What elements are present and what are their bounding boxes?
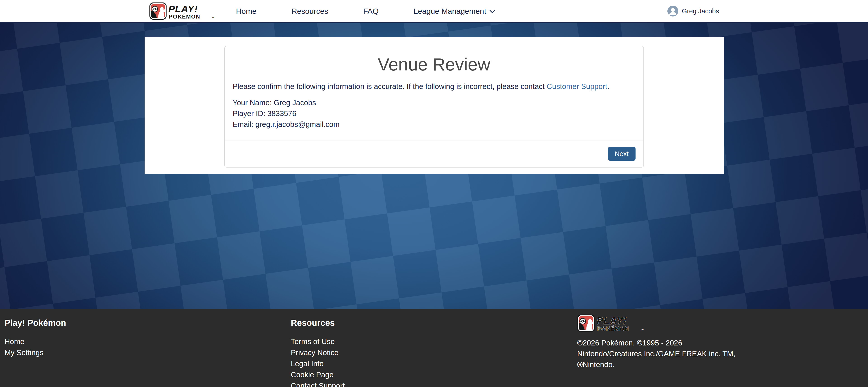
copyright-text: ©2026 Pokémon. ©1995 - 2026 Nintendo/Cre… [577, 337, 738, 370]
footer-play-pokemon-logo-graphic: PLAY! POKÉMON ™ [577, 314, 645, 332]
player-id-label: Player ID: [233, 109, 266, 118]
player-id-value: 3833576 [267, 109, 296, 118]
next-button[interactable]: Next [608, 147, 636, 161]
nav-item-league-management-label: League Management [414, 7, 486, 15]
user-menu[interactable]: Greg Jacobs [668, 6, 719, 17]
svg-text:POKÉMON: POKÉMON [169, 13, 200, 20]
svg-text:PLAY!: PLAY! [168, 3, 198, 14]
site-footer: Play! Pokémon Home My Settings Resources… [0, 309, 868, 387]
footer-link-contact-support[interactable]: Contact Support [291, 380, 577, 387]
content-panel: Venue Review Please confirm the followin… [145, 37, 724, 174]
player-email-row: Email:greg.r.jacobs@gmail.com [233, 119, 636, 130]
nav-item-faq[interactable]: FAQ [363, 7, 379, 15]
player-email-label: Email: [233, 120, 253, 128]
nav-item-league-management[interactable]: League Management [414, 7, 495, 15]
player-email-value: greg.r.jacobs@gmail.com [255, 120, 340, 128]
top-navbar: PLAY! POKÉMON ™ Home Resources FAQ Leagu… [0, 0, 868, 23]
svg-text:™: ™ [641, 328, 644, 332]
svg-text:POKÉMON: POKÉMON [597, 326, 629, 332]
chevron-down-icon [489, 10, 495, 13]
navbar-container: PLAY! POKÉMON ™ Home Resources FAQ Leagu… [145, 0, 724, 22]
footer-link-home[interactable]: Home [4, 336, 291, 347]
footer-col-resources: Resources Terms of Use Privacy Notice Le… [291, 318, 577, 387]
player-info: Your Name:Greg Jacobs Player ID:3833576 … [233, 97, 636, 130]
confirm-instructions-period: . [607, 82, 609, 91]
footer-link-cookie-page[interactable]: Cookie Page [291, 369, 577, 380]
card-footer: Next [225, 140, 644, 167]
confirm-instructions: Please confirm the following information… [233, 82, 636, 91]
nav-item-home-label: Home [236, 7, 257, 15]
player-id-row: Player ID:3833576 [233, 108, 636, 119]
user-name: Greg Jacobs [682, 7, 719, 15]
footer-heading-play-pokemon: Play! Pokémon [4, 318, 291, 328]
play-pokemon-logo-graphic: PLAY! POKÉMON ™ [149, 2, 216, 20]
svg-text:PLAY!: PLAY! [596, 315, 626, 326]
page-title: Venue Review [233, 54, 636, 75]
confirm-instructions-text: Please confirm the following information… [233, 82, 547, 91]
player-name-label: Your Name: [233, 98, 272, 107]
player-name-value: Greg Jacobs [274, 98, 316, 107]
venue-review-card: Venue Review Please confirm the followin… [224, 46, 644, 167]
play-pokemon-logo[interactable]: PLAY! POKÉMON ™ [149, 2, 216, 20]
footer-heading-resources: Resources [291, 318, 577, 328]
footer-link-terms-of-use[interactable]: Terms of Use [291, 336, 577, 347]
svg-text:™: ™ [212, 16, 215, 19]
nav-item-resources-label: Resources [291, 7, 328, 15]
primary-nav: Home Resources FAQ League Management [236, 7, 495, 15]
footer-link-legal-info[interactable]: Legal Info [291, 358, 577, 369]
nav-item-faq-label: FAQ [363, 7, 379, 15]
venue-review-card-body: Venue Review Please confirm the followin… [225, 46, 644, 140]
nav-item-resources[interactable]: Resources [291, 7, 328, 15]
customer-support-link[interactable]: Customer Support [547, 82, 607, 91]
avatar-icon [668, 6, 678, 17]
nav-item-home[interactable]: Home [236, 7, 257, 15]
footer-links-resources: Terms of Use Privacy Notice Legal Info C… [291, 336, 577, 387]
footer-link-my-settings[interactable]: My Settings [4, 347, 291, 358]
player-name-row: Your Name:Greg Jacobs [233, 97, 636, 108]
footer-links-play-pokemon: Home My Settings [4, 336, 291, 358]
footer-link-privacy-notice[interactable]: Privacy Notice [291, 347, 577, 358]
footer-col-brand: PLAY! POKÉMON ™ ©2026 Pokémon. ©1995 - 2… [577, 314, 864, 387]
footer-col-play-pokemon: Play! Pokémon Home My Settings [4, 318, 291, 387]
footer-play-pokemon-logo: PLAY! POKÉMON ™ [577, 314, 864, 332]
